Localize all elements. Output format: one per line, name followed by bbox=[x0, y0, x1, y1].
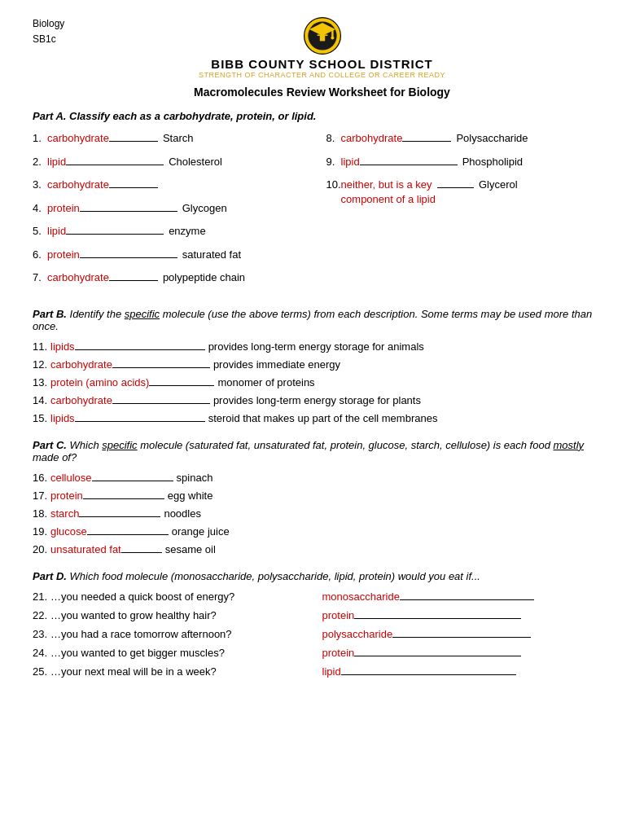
part-c-header: Part C. Which specific molecule (saturat… bbox=[33, 439, 611, 463]
part-a-columns: 1. carbohydrate Starch 2. lipid Choleste… bbox=[33, 130, 611, 293]
list-item: 18. starch noodles bbox=[33, 507, 611, 520]
list-item: 14. carbohydrate provides long-term ener… bbox=[33, 394, 611, 406]
biology-text: Biology bbox=[33, 16, 81, 32]
list-item: 12. carbohydrate provides immediate ener… bbox=[33, 358, 611, 371]
school-logo-icon bbox=[303, 16, 342, 55]
part-d-grid: 21. …you needed a quick boost of energy?… bbox=[33, 590, 611, 684]
part-b-items: 11. lipids provides long-term energy sto… bbox=[33, 340, 611, 424]
part-d-instruction: Which food molecule (monosaccharide, pol… bbox=[70, 570, 480, 582]
list-item: 9. lipid Phospholipid bbox=[326, 154, 612, 170]
list-item: 5. lipid enzyme bbox=[33, 223, 318, 239]
list-item: 10. neither, but is a keycomponent of a … bbox=[326, 177, 612, 207]
list-item: 6. protein saturated fat bbox=[33, 247, 318, 263]
bio-label: Biology SB1c bbox=[33, 16, 81, 47]
part-a-right: 8. carbohydrate Polysaccharide 9. lipid … bbox=[318, 130, 612, 293]
list-item: 2. lipid Cholesterol bbox=[33, 154, 318, 170]
svg-rect-6 bbox=[319, 36, 324, 41]
list-item: 7. carbohydrate polypeptide chain bbox=[33, 270, 318, 286]
logo-area: BIBB COUNTY SCHOOL DISTRICT STRENGTH OF … bbox=[81, 16, 563, 79]
svg-rect-3 bbox=[331, 29, 333, 37]
list-item: 1. carbohydrate Starch bbox=[33, 130, 318, 147]
part-c-instruction: Which specific molecule (saturated fat, … bbox=[33, 439, 584, 463]
list-item: 4. protein Glycogen bbox=[33, 200, 318, 217]
list-item: monosaccharide bbox=[322, 590, 612, 603]
list-item: 22. …you wanted to grow healthy hair? bbox=[33, 609, 322, 621]
part-d-header: Part D. Which food molecule (monosacchar… bbox=[33, 570, 611, 582]
list-item: 15. lipids steroid that makes up part of… bbox=[33, 412, 611, 424]
part-d-label: Part D. bbox=[33, 570, 67, 582]
list-item: 23. …you had a race tomorrow afternoon? bbox=[33, 628, 322, 640]
list-item: 8. carbohydrate Polysaccharide bbox=[326, 130, 612, 147]
svg-rect-5 bbox=[317, 34, 327, 36]
list-item: 16. cellulose spinach bbox=[33, 472, 611, 484]
part-b-instruction: Identify the specific molecule (use the … bbox=[33, 308, 592, 332]
part-c-items: 16. cellulose spinach 17. protein egg wh… bbox=[33, 472, 611, 555]
part-c-label: Part C. bbox=[33, 439, 67, 451]
school-tagline: STRENGTH OF CHARACTER AND COLLEGE OR CAR… bbox=[199, 71, 445, 79]
list-item: 19. glucose orange juice bbox=[33, 525, 611, 538]
list-item: 13. protein (amino acids) monomer of pro… bbox=[33, 376, 611, 388]
list-item: protein bbox=[322, 647, 612, 659]
worksheet-title: Macromolecules Review Worksheet for Biol… bbox=[33, 86, 611, 99]
list-item: polysaccharide bbox=[322, 628, 612, 640]
course-code: SB1c bbox=[33, 32, 81, 47]
part-a-instruction: Classify each as a carbohydrate, protein… bbox=[66, 110, 316, 122]
list-item: 21. …you needed a quick boost of energy? bbox=[33, 590, 322, 603]
part-c-section: Part C. Which specific molecule (saturat… bbox=[33, 439, 611, 555]
part-a-left: 1. carbohydrate Starch 2. lipid Choleste… bbox=[33, 130, 318, 293]
list-item: 25. …your next meal will be in a week? bbox=[33, 665, 322, 678]
list-item: 3. carbohydrate bbox=[33, 177, 318, 193]
part-b-section: Part B. Identify the specific molecule (… bbox=[33, 308, 611, 424]
header: Biology SB1c BIBB COUNTY SCHOOL DISTRICT… bbox=[33, 16, 611, 79]
part-a-section: Part A. Classify each as a carbohydrate,… bbox=[33, 110, 611, 293]
list-item: 20. unsaturated fat sesame oil bbox=[33, 543, 611, 555]
part-b-header: Part B. Identify the specific molecule (… bbox=[33, 308, 611, 332]
part-b-label: Part B. bbox=[33, 308, 67, 320]
part-d-section: Part D. Which food molecule (monosacchar… bbox=[33, 570, 611, 684]
svg-point-4 bbox=[331, 36, 334, 39]
list-item: 24. …you wanted to get bigger muscles? bbox=[33, 647, 322, 659]
list-item: 17. protein egg white bbox=[33, 489, 611, 502]
list-item: 11. lipids provides long-term energy sto… bbox=[33, 340, 611, 353]
school-name: BIBB COUNTY SCHOOL DISTRICT bbox=[211, 57, 432, 71]
part-a-header: Part A. Classify each as a carbohydrate,… bbox=[33, 110, 611, 122]
list-item: lipid bbox=[322, 665, 612, 678]
part-a-label: Part A. bbox=[33, 110, 66, 122]
list-item: protein bbox=[322, 609, 612, 621]
